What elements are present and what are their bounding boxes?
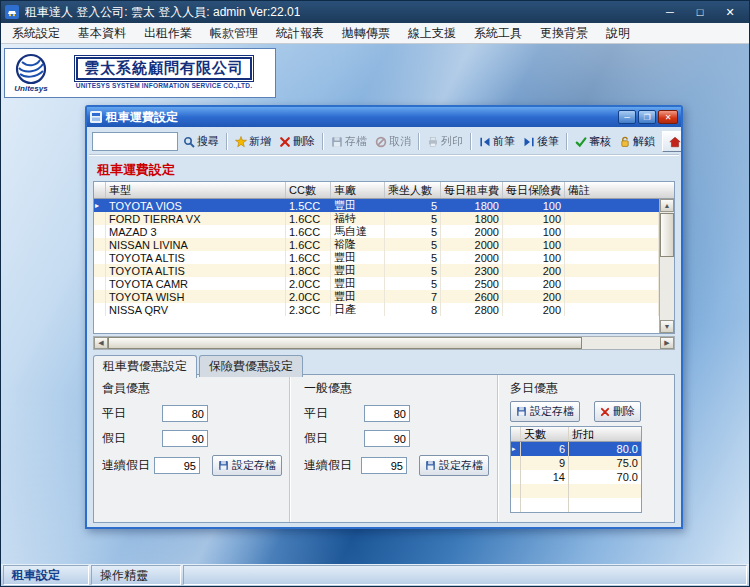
menu-item[interactable]: 拋轉傳票 bbox=[333, 23, 399, 44]
page-title: 租車運費設定 bbox=[97, 161, 175, 179]
cell: 5 bbox=[385, 238, 441, 251]
table-row[interactable]: TOYOTA WISH2.0CC豐田72600200 bbox=[94, 290, 659, 303]
table-row[interactable]: ▸TOYOTA VIOS1.5CC豐田51800100 bbox=[94, 199, 659, 212]
list-item[interactable] bbox=[511, 498, 641, 512]
vertical-scrollbar[interactable]: ▲ ▼ bbox=[659, 199, 674, 333]
general-save-button[interactable]: 設定存檔 bbox=[419, 455, 489, 476]
cell: TOYOTA VIOS bbox=[106, 199, 286, 212]
column-header[interactable]: 每日保險費 bbox=[503, 182, 565, 198]
scrollbar-thumb[interactable] bbox=[108, 337, 582, 349]
column-header[interactable]: 折扣 bbox=[569, 427, 641, 441]
delete-button[interactable]: 刪除 bbox=[276, 132, 318, 151]
general-long-holiday-input[interactable] bbox=[361, 457, 407, 474]
child-maximize-button[interactable]: ❐ bbox=[638, 110, 656, 124]
cell: 2.0CC bbox=[286, 277, 331, 290]
child-minimize-button[interactable]: ─ bbox=[618, 110, 636, 124]
save-button[interactable]: 存檔 bbox=[328, 132, 370, 151]
next-record-button[interactable]: 後筆 bbox=[520, 132, 562, 151]
menu-item[interactable]: 統計報表 bbox=[267, 23, 333, 44]
delete-icon bbox=[600, 407, 610, 417]
horizontal-scrollbar[interactable]: ◀ ▶ bbox=[93, 336, 675, 350]
field-row: 連續假日 設定存檔 bbox=[102, 455, 281, 476]
member-long-holiday-input[interactable] bbox=[154, 457, 200, 474]
menu-item[interactable]: 基本資料 bbox=[69, 23, 135, 44]
approve-icon bbox=[575, 136, 587, 148]
column-header[interactable]: 乘坐人數 bbox=[385, 182, 441, 198]
table-row[interactable]: NISSAN LIVINA1.6CC裕隆52000100 bbox=[94, 238, 659, 251]
menu-item[interactable]: 說明 bbox=[597, 23, 639, 44]
scrollbar-thumb[interactable] bbox=[660, 213, 674, 257]
close-button[interactable]: ✕ bbox=[715, 1, 745, 23]
button-label: 新增 bbox=[249, 134, 271, 149]
section-label: 一般優惠 bbox=[304, 380, 489, 397]
menu-item[interactable]: 系統設定 bbox=[3, 23, 69, 44]
cell: 福特 bbox=[331, 212, 385, 225]
child-close-button[interactable]: ✕ bbox=[658, 110, 678, 124]
column-header[interactable]: 車型 bbox=[106, 182, 286, 198]
home-button[interactable]: 首頁 bbox=[662, 131, 681, 152]
button-label: 審核 bbox=[589, 134, 611, 149]
general-weekday-input[interactable] bbox=[364, 405, 410, 422]
menu-item[interactable]: 更換背景 bbox=[531, 23, 597, 44]
list-item[interactable] bbox=[511, 484, 641, 498]
search-input[interactable] bbox=[92, 132, 178, 151]
field-row: 連續假日 設定存檔 bbox=[304, 455, 489, 476]
tab-insurance-discount[interactable]: 保險費優惠設定 bbox=[199, 355, 303, 377]
menu-item[interactable]: 線上支援 bbox=[399, 23, 465, 44]
column-header[interactable]: CC數 bbox=[286, 182, 331, 198]
scroll-right-icon[interactable]: ▶ bbox=[660, 337, 674, 349]
button-label: 設定存檔 bbox=[439, 458, 483, 473]
multiday-delete-button[interactable]: 刪除 bbox=[594, 401, 641, 422]
table-row[interactable]: MAZAD 31.6CC馬自達52000100 bbox=[94, 225, 659, 238]
table-row[interactable]: FORD TIERRA VX1.6CC福特51800100 bbox=[94, 212, 659, 225]
member-weekday-input[interactable] bbox=[162, 405, 208, 422]
list-item[interactable]: 1470.0 bbox=[511, 470, 641, 484]
print-icon bbox=[427, 136, 439, 148]
delete-icon bbox=[279, 136, 291, 148]
scroll-left-icon[interactable]: ◀ bbox=[94, 337, 108, 349]
multiday-save-button[interactable]: 設定存檔 bbox=[510, 401, 580, 422]
status-wizard[interactable]: 操作精靈 bbox=[91, 565, 181, 585]
save-icon bbox=[516, 406, 527, 417]
child-titlebar[interactable]: 租車運費設定 ─ ❐ ✕ bbox=[87, 107, 681, 127]
table-row[interactable]: TOYOTA CAMR2.0CC豐田52500200 bbox=[94, 277, 659, 290]
general-holiday-input[interactable] bbox=[364, 430, 410, 447]
column-header[interactable]: 備註 bbox=[565, 182, 674, 198]
menu-item[interactable]: 帳款管理 bbox=[201, 23, 267, 44]
minimize-button[interactable]: ─ bbox=[655, 1, 685, 23]
status-mode[interactable]: 租車設定 bbox=[3, 565, 89, 585]
previous-record-button[interactable]: 前筆 bbox=[476, 132, 518, 151]
cell: 豐田 bbox=[331, 264, 385, 277]
add-button[interactable]: 新增 bbox=[232, 132, 274, 151]
table-row[interactable]: TOYOTA ALTIS1.8CC豐田52300200 bbox=[94, 264, 659, 277]
table-row[interactable]: NISSA QRV2.3CC日產82800200 bbox=[94, 303, 659, 316]
column-header[interactable]: 每日租車費 bbox=[441, 182, 503, 198]
column-header[interactable]: 車廠 bbox=[331, 182, 385, 198]
list-item[interactable]: 975.0 bbox=[511, 456, 641, 470]
app-window: 租車達人 登入公司: 雲太 登入人員: admin Ver:22.01 ─ □ … bbox=[0, 0, 750, 587]
member-holiday-input[interactable] bbox=[162, 430, 208, 447]
tab-rental-discount[interactable]: 租車費優惠設定 bbox=[93, 355, 197, 378]
list-item[interactable]: ▸680.0 bbox=[511, 442, 641, 456]
cell: 200 bbox=[503, 264, 565, 277]
menu-item[interactable]: 出租作業 bbox=[135, 23, 201, 44]
search-button[interactable]: 搜尋 bbox=[180, 132, 222, 151]
maximize-button[interactable]: □ bbox=[685, 1, 715, 23]
row-indicator bbox=[511, 470, 521, 484]
tab-strip: 租車費優惠設定 保險費優惠設定 bbox=[93, 355, 305, 377]
scroll-up-icon[interactable]: ▲ bbox=[660, 199, 674, 212]
approve-button[interactable]: 審核 bbox=[572, 132, 614, 151]
column-header[interactable]: 天數 bbox=[521, 427, 569, 441]
scroll-down-icon[interactable]: ▼ bbox=[660, 320, 674, 333]
button-label: 後筆 bbox=[537, 134, 559, 149]
table-row[interactable]: TOYOTA ALTIS1.6CC豐田52000100 bbox=[94, 251, 659, 264]
menu-item[interactable]: 系統工具 bbox=[465, 23, 531, 44]
button-label: 解鎖 bbox=[633, 134, 655, 149]
member-save-button[interactable]: 設定存檔 bbox=[212, 455, 282, 476]
print-button[interactable]: 列印 bbox=[424, 132, 466, 151]
cell: 200 bbox=[503, 290, 565, 303]
save-icon bbox=[218, 460, 229, 471]
cancel-button[interactable]: 取消 bbox=[372, 132, 414, 151]
next-record-icon bbox=[523, 136, 535, 148]
unlock-button[interactable]: 解鎖 bbox=[616, 132, 658, 151]
